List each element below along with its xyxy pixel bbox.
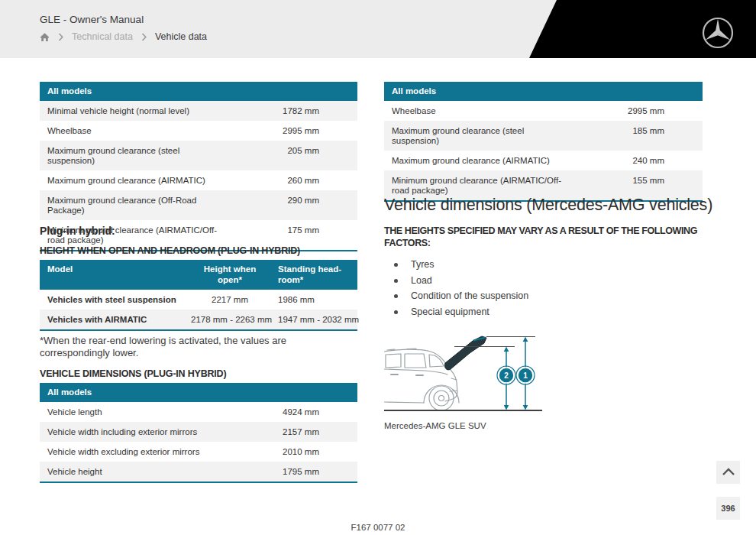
table-cell: 205 mm [228, 141, 357, 160]
table-cell: 2995 mm [573, 101, 703, 121]
home-icon[interactable] [40, 32, 50, 42]
table-cell: 260 mm [228, 170, 357, 190]
heading-height-when-open: HEIGHT WHEN OPEN AND HEADROOM (PLUG-IN H… [40, 245, 300, 256]
breadcrumb: Technical data Vehicle data [40, 31, 207, 42]
table-cell: 2178 mm - 2263 mm [188, 310, 272, 329]
chevron-up-icon [722, 465, 735, 479]
bullet-text: Special equipment [411, 306, 489, 317]
bullet-dot-icon [394, 279, 398, 283]
page-root: { "colors": { "accent_teal": "#0f7392", … [0, 0, 756, 535]
table-cell: 4924 mm [228, 402, 357, 422]
table-header-cell: Model [40, 260, 188, 279]
table-row: Wheelbase2995 mm [384, 101, 703, 121]
bullet-text: Condition of the suspension [411, 290, 528, 301]
scroll-top-button[interactable] [716, 461, 740, 484]
table-cell: 155 mm [573, 170, 703, 190]
marker-2-label: 2 [504, 371, 509, 380]
heading-amg-vehicles: Vehicle dimensions (Mercedes-AMG vehicle… [384, 196, 712, 215]
illustration-caption: Mercedes-AMG GLE SUV [384, 421, 486, 430]
heading-plug-in-hybrid: Plug-in hybrid: [40, 225, 115, 237]
breadcrumb-item-technical-data[interactable]: Technical data [72, 31, 133, 42]
heading-vehicle-dimensions-phev: VEHICLE DIMENSIONS (PLUG-IN HYBRID) [40, 368, 226, 379]
table-cell: 2010 mm [228, 442, 357, 462]
table-header-row: All models [384, 82, 703, 101]
table-cell: 1782 mm [228, 101, 357, 121]
page-number: 396 [721, 504, 735, 513]
chevron-right-icon [58, 33, 63, 41]
table-row: Vehicle length4924 mm [40, 402, 357, 422]
footnote-rear-end-lowering: *When the rear-end lowering is activated… [40, 335, 357, 359]
table-row: Maximum ground clearance (steel suspensi… [40, 141, 357, 170]
bullet-text: Load [411, 275, 432, 286]
figure-code: F167 0077 02 [0, 523, 756, 532]
table-cell: Vehicle width including exterior mirrors [40, 422, 228, 442]
heading-height-factors: THE HEIGHTS SPECIFIED MAY VARY AS A RESU… [384, 225, 703, 249]
table-cell: Vehicle width excluding exterior mirrors [40, 442, 228, 462]
table-header-row: ModelHeight when open*Standing head-room… [40, 260, 357, 290]
table-header-row: All models [40, 82, 357, 101]
page-number-box[interactable]: 396 [716, 497, 740, 520]
table-row: Maximum ground clearance (AIRMATIC)240 m… [384, 151, 703, 170]
table-cell: Vehicles with AIRMATIC [40, 310, 188, 329]
marker-1-label: 1 [523, 371, 528, 380]
table-cell: Maximum ground clearance (steel suspensi… [384, 121, 573, 151]
table-header-cell: All models [384, 82, 703, 101]
table-row: Vehicles with steel suspension2217 mm198… [40, 290, 357, 310]
table-cell: Vehicles with steel suspension [40, 290, 188, 310]
table-cell: Maximum ground clearance (Off-Road Packa… [40, 190, 228, 220]
bullet-item: Load [384, 273, 690, 289]
table-header-row: All models [40, 383, 357, 402]
table-cell: 1795 mm [228, 462, 357, 481]
table-cell: Minimal vehicle height (normal level) [40, 101, 228, 121]
table-cell: Vehicle length [40, 402, 228, 422]
table-header-cell: All models [40, 383, 357, 402]
table-cell: 290 mm [228, 190, 357, 210]
bullet-dot-icon [394, 310, 398, 314]
table-cell: 2995 mm [228, 121, 357, 141]
bullet-text: Tyres [411, 259, 435, 270]
breadcrumb-item-vehicle-data: Vehicle data [155, 31, 207, 42]
table-row: Maximum ground clearance (steel suspensi… [384, 121, 703, 151]
table-cell: Wheelbase [40, 121, 228, 141]
table-cell: 1947 mm - 2032 mm [272, 310, 357, 329]
table-header-cell: Standing head-room* [272, 260, 357, 290]
mercedes-star-icon [698, 13, 738, 53]
bullet-item: Special equipment [384, 304, 690, 320]
bullet-dot-icon [394, 294, 398, 298]
factors-bullet-list: TyresLoadCondition of the suspensionSpec… [384, 257, 690, 319]
table-all-models-right: All modelsWheelbase2995 mmMaximum ground… [384, 82, 703, 202]
table-row: Vehicle height1795 mm [40, 462, 357, 481]
table-row: Wheelbase2995 mm [40, 121, 357, 141]
table-row: Maximum ground clearance (Off-Road Packa… [40, 190, 357, 220]
table-row: Vehicle width including exterior mirrors… [40, 422, 357, 442]
bullet-dot-icon [394, 263, 398, 267]
table-cell: Maximum ground clearance (AIRMATIC) [384, 151, 573, 170]
table-cell: 240 mm [573, 151, 703, 170]
table-cell: 175 mm [228, 220, 357, 240]
table-row: Maximum ground clearance (AIRMATIC)260 m… [40, 170, 357, 190]
bullet-item: Tyres [384, 257, 690, 273]
table-row: Vehicle width excluding exterior mirrors… [40, 442, 357, 462]
table-cell: Maximum ground clearance (AIRMATIC) [40, 170, 228, 190]
chevron-right-icon [141, 33, 147, 41]
table-cell: 2217 mm [188, 290, 272, 310]
table-cell: Wheelbase [384, 101, 573, 121]
table-cell: 2157 mm [228, 422, 357, 442]
table-header-cell: Height when open* [188, 260, 272, 290]
table-height-headroom: ModelHeight when open*Standing head-room… [40, 260, 357, 331]
table-cell: Vehicle height [40, 462, 228, 481]
bullet-item: Condition of the suspension [384, 288, 690, 304]
table-cell: 185 mm [573, 121, 703, 141]
suv-open-tailgate-height-arrows-icon: 2 1 [384, 334, 542, 413]
table-cell: 1986 mm [272, 290, 357, 310]
app-title: GLE - Owner's Manual [40, 14, 144, 25]
table-header-cell: All models [40, 82, 357, 101]
table-vehicle-dimensions-phev: All modelsVehicle length4924 mmVehicle w… [40, 383, 357, 483]
table-row: Minimal vehicle height (normal level)178… [40, 101, 357, 121]
table-row: Vehicles with AIRMATIC2178 mm - 2263 mm1… [40, 310, 357, 329]
table-cell: Maximum ground clearance (steel suspensi… [40, 141, 228, 170]
